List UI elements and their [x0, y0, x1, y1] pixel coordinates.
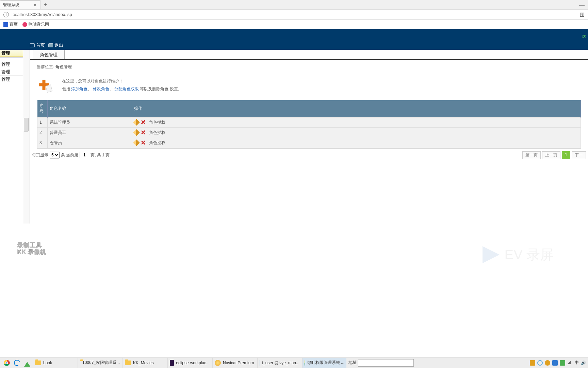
role-name-cell: 系统管理员: [48, 117, 132, 127]
chrome-icon: [305, 360, 305, 366]
role-table: 序号 角色名称 操作 1 系统管理员 角色授权: [37, 100, 581, 149]
pagination: 每页显示 5 条 当前第 页, 共 1 页 第一页 上一页 1 下一: [30, 149, 588, 162]
tray-icon[interactable]: [552, 360, 558, 366]
window-icon: [260, 360, 260, 366]
col-name: 角色名称: [48, 100, 132, 118]
migu-icon: [22, 22, 27, 27]
add-paper-icon: [37, 78, 52, 93]
volume-icon[interactable]: 🔊: [581, 361, 586, 365]
baidu-icon: [3, 22, 8, 27]
close-icon[interactable]: ×: [32, 2, 38, 8]
app-header: 欢 首页 退出: [0, 29, 588, 50]
intro-text: 在这里，您可以对角色进行维护！ 包括 添加角色、 修改角色、 分配角色权限 等以…: [62, 77, 182, 93]
header-nav: 首页 退出: [30, 42, 63, 48]
link-perm-role[interactable]: 分配角色权限: [114, 87, 139, 91]
system-tray: 中 🔊: [530, 360, 586, 366]
bookmark-migu[interactable]: 咪咕音乐网: [21, 21, 50, 27]
new-tab-button[interactable]: +: [41, 0, 50, 9]
url-text[interactable]: localhost:8080/myAcl/index.jsp: [12, 12, 72, 17]
breadcrumb: 当前位置: 角色管理: [30, 60, 588, 74]
taskbar-chrome[interactable]: [2, 358, 12, 368]
taskbar-address: 地址: [348, 359, 414, 367]
next-page-button[interactable]: 下一: [572, 151, 586, 159]
wifi-icon[interactable]: [567, 360, 573, 366]
peak-icon: [24, 359, 30, 367]
tab-role-mgmt[interactable]: 角色管理: [33, 50, 65, 59]
first-page-button[interactable]: 第一页: [522, 151, 541, 159]
site-info-icon[interactable]: i: [3, 12, 9, 17]
edit-icon[interactable]: [133, 139, 140, 146]
play-icon: [483, 246, 500, 263]
content-area: 角色管理 当前位置: 角色管理 在这里，您可以对角色进行维护！ 包括 添加角色、…: [30, 50, 588, 224]
delete-icon[interactable]: [141, 120, 146, 125]
sidebar-item-role-mgmt[interactable]: 管理: [0, 50, 23, 57]
taskbar-peak[interactable]: [22, 358, 32, 368]
kk-watermark: 录制工具 KK 录像机: [17, 242, 46, 256]
folder-icon: [35, 361, 41, 365]
perm-link[interactable]: 角色授权: [149, 120, 165, 125]
folder-icon: [125, 361, 131, 365]
taskbar-tuser[interactable]: t_user @lvye_man...: [257, 358, 301, 368]
col-op: 操作: [132, 100, 581, 118]
breadcrumb-location: 角色管理: [55, 64, 72, 69]
nav-exit[interactable]: 退出: [48, 42, 63, 48]
tray-icon[interactable]: [537, 360, 543, 366]
eclipse-icon: [170, 360, 174, 366]
browser-tab[interactable]: 管理系统 ×: [0, 0, 41, 9]
tray-icon[interactable]: [530, 360, 535, 366]
nav-home[interactable]: 首页: [30, 42, 45, 48]
edit-icon[interactable]: [133, 129, 140, 136]
taskbar-navicat[interactable]: Navicat Premium: [212, 358, 257, 368]
taskbar: book 10067_权限管理系... KK_Movies eclipse-wo…: [0, 357, 588, 368]
sidebar-divider: [0, 57, 23, 61]
folder-icon: [80, 361, 80, 365]
bookmark-baidu[interactable]: 百度: [2, 21, 19, 27]
sidebar-item-2[interactable]: 管理: [0, 68, 23, 76]
taskbar-book[interactable]: book: [33, 358, 77, 368]
sidebar-item-1[interactable]: 管理: [0, 61, 23, 68]
role-name-cell: 普通员工: [48, 127, 132, 138]
taskbar-eclipse[interactable]: eclipse-workplac...: [167, 358, 212, 368]
intro-block: 在这里，您可以对角色进行维护！ 包括 添加角色、 修改角色、 分配角色权限 等以…: [30, 74, 588, 96]
address-bar: i localhost:8080/myAcl/index.jsp ⚿: [0, 10, 588, 20]
page-size-select[interactable]: 5: [50, 152, 60, 158]
tray-icon[interactable]: [560, 360, 565, 366]
sidebar: 管理 管理 管理 管理: [0, 50, 23, 224]
taskbar-lvye[interactable]: 绿叶权限管理系统 ...: [302, 358, 346, 368]
navicat-icon: [215, 360, 221, 366]
ev-watermark: EV 录屏: [483, 245, 578, 266]
welcome-text: 欢: [582, 33, 586, 39]
content-tabs: 角色管理: [30, 50, 588, 60]
chrome-icon: [4, 360, 10, 366]
splitter[interactable]: [23, 50, 30, 224]
main-layout: 管理 管理 管理 管理 角色管理 当前位置: 角色管理 在这里，您可以对角色进行…: [0, 50, 588, 224]
prev-page-button[interactable]: 上一页: [542, 151, 560, 159]
taskbar-kk[interactable]: KK_Movies: [122, 358, 167, 368]
link-edit-role[interactable]: 修改角色: [93, 87, 109, 91]
password-key-icon[interactable]: ⚿: [580, 12, 585, 17]
page-1-button[interactable]: 1: [562, 151, 570, 159]
delete-icon[interactable]: [141, 130, 146, 135]
link-add-role[interactable]: 添加角色: [71, 87, 87, 91]
home-icon: [30, 43, 35, 47]
table-row: 3 仓管员 角色授权: [37, 138, 581, 148]
table-row: 1 系统管理员 角色授权: [37, 117, 581, 127]
taskbar-edge[interactable]: [12, 358, 22, 368]
table-row: 2 普通员工 角色授权: [37, 127, 581, 138]
edit-icon[interactable]: [133, 119, 140, 126]
splitter-handle-icon[interactable]: [24, 118, 29, 132]
minimize-icon[interactable]: —: [579, 2, 585, 8]
tray-icon[interactable]: [545, 360, 550, 366]
bookmarks-bar: 百度 咪咕音乐网: [0, 20, 588, 29]
delete-icon[interactable]: [141, 140, 146, 145]
tab-title: 管理系统: [3, 2, 19, 8]
sidebar-item-3[interactable]: 管理: [0, 76, 23, 83]
exit-icon: [48, 43, 53, 47]
current-page-input[interactable]: [80, 152, 89, 158]
perm-link[interactable]: 角色授权: [149, 140, 165, 146]
taskbar-address-input[interactable]: [358, 359, 414, 367]
taskbar-proj[interactable]: 10067_权限管理系...: [78, 358, 122, 368]
col-seq: 序号: [37, 100, 48, 118]
perm-link[interactable]: 角色授权: [149, 130, 165, 136]
ime-indicator[interactable]: 中: [575, 360, 579, 366]
